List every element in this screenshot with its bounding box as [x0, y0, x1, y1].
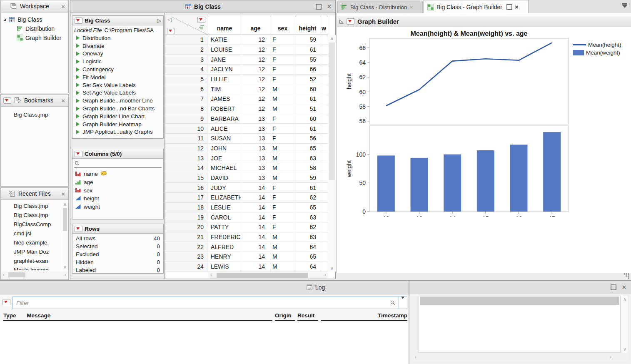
cell-name[interactable]: MICHAEL — [208, 163, 241, 173]
cell-height[interactable]: 61 — [295, 45, 320, 55]
rows-stat-row[interactable]: Hidden0 — [72, 258, 163, 266]
script-item[interactable]: Bivariate — [72, 42, 163, 50]
red-triangle-menu[interactable] — [75, 17, 82, 24]
tab-close-icon[interactable]: × — [410, 4, 413, 10]
cell-height[interactable]: 56 — [295, 134, 320, 144]
graph-builder-header[interactable]: Graph Builder — [337, 16, 631, 27]
cell-age[interactable]: 12 — [241, 45, 270, 55]
cell-sex[interactable]: F — [270, 35, 295, 45]
cell-weight[interactable] — [320, 193, 328, 203]
cell-weight[interactable] — [320, 124, 328, 134]
red-triangle-menu[interactable] — [3, 97, 11, 104]
cell-weight[interactable] — [320, 163, 328, 173]
log-filter-input[interactable] — [13, 300, 387, 306]
tree-item-distribution[interactable]: Distribution — [1, 24, 68, 33]
cell-age[interactable]: 13 — [241, 173, 270, 183]
table-row[interactable]: 15 DAVID 13 M 59 — [165, 173, 328, 183]
cell-name[interactable]: JOHN — [208, 144, 241, 154]
cell-age[interactable]: 14 — [241, 203, 270, 213]
cell-weight[interactable] — [320, 252, 328, 262]
script-run-icon[interactable] — [76, 114, 80, 118]
cell-sex[interactable]: F — [270, 65, 295, 75]
cell-age[interactable]: 12 — [241, 75, 270, 85]
cell-weight[interactable] — [320, 183, 328, 193]
log-col-timestamp[interactable]: Timestamp — [321, 312, 407, 321]
cell-height[interactable]: 63 — [295, 212, 320, 222]
row-number-cell[interactable]: 17 — [165, 193, 208, 203]
cell-weight[interactable] — [320, 45, 328, 55]
column-order-icon[interactable] — [198, 25, 205, 30]
log-col-type[interactable]: Type — [3, 312, 16, 319]
column-item-name[interactable]: name — [72, 170, 163, 178]
rows-collapse-icon[interactable]: ◁ — [167, 17, 172, 22]
cell-weight[interactable] — [320, 35, 328, 45]
cell-sex[interactable]: F — [270, 203, 295, 213]
cell-age[interactable]: 13 — [241, 124, 270, 134]
table-row[interactable]: 14 MICHAEL 13 M 58 — [165, 163, 328, 173]
cell-height[interactable]: 58 — [295, 163, 320, 173]
table-row[interactable]: 16 JUDY 14 F 61 — [165, 183, 328, 193]
recent-files-hscrollbar[interactable]: ‹ › — [1, 272, 68, 279]
cell-age[interactable]: 14 — [241, 262, 270, 272]
script-item[interactable]: JMP Applicat...uality Graphs — [72, 128, 163, 136]
cell-name[interactable]: FREDERICK — [208, 232, 241, 242]
log-col-message[interactable]: Message — [27, 312, 50, 319]
cell-sex[interactable]: M — [270, 104, 295, 114]
script-run-icon[interactable] — [76, 67, 80, 72]
cell-name[interactable]: ELIZABETH — [208, 193, 241, 203]
script-run-icon[interactable] — [76, 122, 80, 126]
recent-file-item[interactable]: JMP Man Doz — [1, 247, 62, 256]
script-run-icon[interactable] — [76, 107, 80, 111]
cell-age[interactable]: 13 — [241, 163, 270, 173]
cell-name[interactable]: PATTY — [208, 222, 241, 232]
cell-sex[interactable]: F — [270, 222, 295, 232]
cell-weight[interactable] — [320, 94, 328, 104]
script-item[interactable]: Distribution — [72, 34, 163, 42]
row-number-cell[interactable]: 19 — [165, 212, 208, 222]
tab-close-icon[interactable]: × — [515, 3, 519, 10]
log-header-group[interactable]: Type Message — [3, 312, 272, 321]
cell-sex[interactable]: F — [270, 75, 295, 85]
filter-dropdown-icon[interactable] — [399, 299, 407, 307]
red-triangle-menu[interactable] — [75, 151, 82, 157]
script-item[interactable]: Graph Builde...nd Bar Charts — [72, 105, 163, 112]
table-row[interactable]: 5 LILLIE 12 F 52 — [165, 75, 328, 85]
cell-height[interactable]: 65 — [295, 203, 320, 213]
table-row[interactable]: 18 LESLIE 14 F 65 — [165, 203, 328, 213]
cell-sex[interactable]: F — [270, 124, 295, 134]
cell-height[interactable]: 61 — [295, 124, 320, 134]
script-run-icon[interactable] — [76, 99, 80, 103]
cell-height[interactable]: 63 — [295, 232, 320, 242]
table-row[interactable]: 23 HENRY 14 M 65 — [165, 252, 328, 262]
cell-height[interactable]: 55 — [295, 55, 320, 65]
cell-sex[interactable]: F — [270, 212, 295, 222]
grid-vscrollbar[interactable]: ∧ ∨ — [328, 35, 336, 272]
legend-item-height[interactable]: Mean(height) — [573, 41, 621, 49]
row-number-cell[interactable]: 20 — [165, 222, 208, 232]
cell-height[interactable]: 61 — [295, 94, 320, 104]
maximize-icon[interactable] — [611, 284, 616, 290]
cell-weight[interactable] — [320, 173, 328, 183]
column-header-age[interactable]: age — [241, 15, 270, 35]
red-triangle-menu[interactable] — [75, 226, 82, 232]
script-item[interactable]: Graph Builder Heatmap — [72, 120, 163, 128]
cell-sex[interactable]: F — [270, 55, 295, 65]
column-item-sex[interactable]: sex — [72, 186, 163, 194]
cell-weight[interactable] — [320, 242, 328, 252]
cell-weight[interactable] — [320, 114, 328, 124]
cell-name[interactable]: JACLYN — [208, 65, 241, 75]
row-number-cell[interactable]: 24 — [165, 262, 208, 272]
cell-age[interactable]: 14 — [241, 193, 270, 203]
script-item[interactable]: Logistic — [72, 57, 163, 65]
log-titlebar[interactable]: Log × — [0, 281, 631, 294]
grid-hscrollbar[interactable]: ‹ › — [208, 272, 328, 279]
cell-age[interactable]: 12 — [241, 94, 270, 104]
cell-height[interactable]: 63 — [295, 153, 320, 163]
cell-height[interactable]: 64 — [295, 262, 320, 272]
cell-age[interactable]: 14 — [241, 242, 270, 252]
table-row[interactable]: 1 KATIE 12 F 59 — [165, 35, 328, 45]
row-number-cell[interactable]: 22 — [165, 242, 208, 252]
row-number-cell[interactable]: 12 — [165, 144, 208, 154]
row-number-cell[interactable]: 6 — [165, 84, 208, 94]
cell-name[interactable]: HENRY — [208, 252, 241, 262]
